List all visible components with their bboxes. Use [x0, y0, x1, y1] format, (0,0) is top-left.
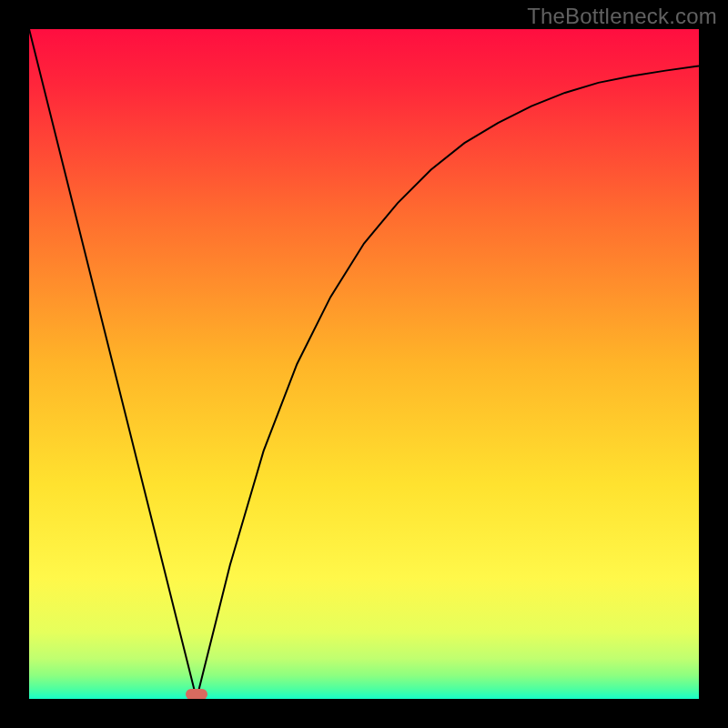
- minimum-marker: [186, 689, 207, 699]
- chart-frame: TheBottleneck.com: [0, 0, 728, 728]
- bottleneck-curve: [29, 29, 699, 699]
- watermark-text: TheBottleneck.com: [527, 4, 717, 29]
- plot-area: [29, 29, 699, 699]
